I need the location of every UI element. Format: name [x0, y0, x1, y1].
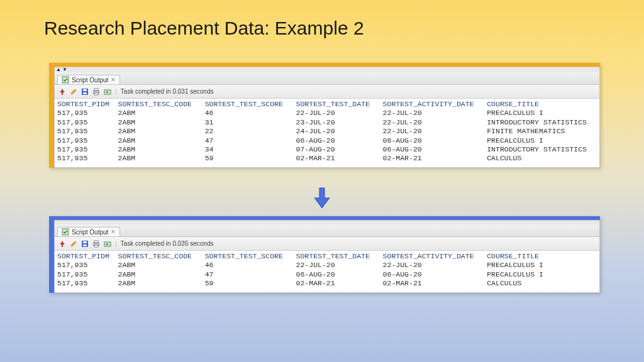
script-output-icon — [62, 228, 69, 236]
tab-script-output[interactable]: Script Output ✕ — [57, 75, 120, 84]
results-grid-after: SORTEST_PIDM SORTEST_TESC_CODE SORTEST_T… — [55, 251, 599, 292]
tab-label: Script Output — [72, 77, 108, 84]
results-grid-before: SORTEST_PIDM SORTEST_TESC_CODE SORTEST_T… — [55, 99, 599, 167]
marker-icon: ▲ — [56, 67, 61, 72]
save-icon[interactable] — [81, 240, 89, 248]
pencil-icon[interactable] — [70, 240, 77, 248]
panel-after: Script Output ✕ | Task completed in 0.03… — [49, 216, 600, 293]
svg-rect-13 — [94, 241, 98, 243]
tab-bar: Script Output ✕ — [55, 72, 599, 85]
svg-rect-5 — [94, 89, 98, 90]
close-icon[interactable]: ✕ — [111, 77, 116, 83]
pencil-icon[interactable] — [70, 88, 77, 96]
save-icon[interactable] — [81, 88, 89, 96]
run-icon[interactable] — [104, 240, 111, 248]
tab-script-output[interactable]: Script Output ✕ — [57, 227, 120, 236]
run-icon[interactable] — [104, 88, 111, 96]
svg-rect-2 — [83, 89, 87, 91]
toolbar: | Task completed in 0.031 seconds — [55, 85, 599, 99]
close-icon[interactable]: ✕ — [111, 229, 116, 235]
tab-bar: Script Output ✕ — [55, 224, 599, 237]
down-arrow-icon — [313, 187, 331, 209]
toolbar: | Task completed in 0.035 seconds — [55, 237, 599, 251]
svg-rect-14 — [94, 245, 98, 247]
page-title: Research Placement Data: Example 2 — [0, 0, 644, 39]
script-output-icon — [62, 76, 69, 84]
marker-icon: ▼ — [62, 67, 67, 72]
pin-icon[interactable] — [58, 88, 66, 96]
svg-rect-6 — [94, 93, 98, 95]
print-icon[interactable] — [92, 240, 100, 248]
svg-rect-10 — [83, 241, 87, 243]
separator: | — [115, 240, 117, 247]
task-status: Task completed in 0.031 seconds — [121, 88, 214, 95]
separator: | — [115, 88, 117, 95]
tab-label: Script Output — [72, 229, 108, 236]
pin-icon[interactable] — [58, 240, 66, 248]
svg-rect-3 — [83, 92, 87, 94]
print-icon[interactable] — [92, 88, 100, 96]
panel-before: ▲ ▼ Script Output ✕ | Task completed in … — [49, 63, 600, 168]
svg-rect-11 — [83, 244, 87, 246]
task-status: Task completed in 0.035 seconds — [121, 240, 214, 247]
